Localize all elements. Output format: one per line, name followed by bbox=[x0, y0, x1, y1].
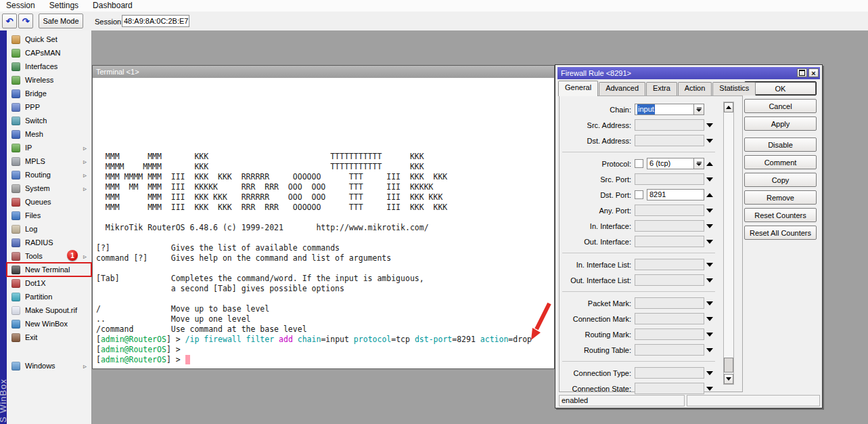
tab-general[interactable]: General bbox=[558, 81, 598, 96]
in-interface-down-arrow-icon[interactable] bbox=[704, 224, 715, 228]
sidebar-item-radius[interactable]: RADIUS bbox=[7, 236, 91, 249]
sidebar-item-mesh[interactable]: Mesh bbox=[7, 127, 91, 141]
sidebar-item-mpls[interactable]: MPLS bbox=[7, 154, 91, 168]
routing-mark-field[interactable] bbox=[635, 328, 704, 340]
src-port-field[interactable] bbox=[635, 173, 704, 185]
scroll-up-icon[interactable] bbox=[724, 102, 733, 112]
protocol-field[interactable]: 6 (tcp) bbox=[647, 158, 694, 169]
terminal-line bbox=[96, 294, 554, 304]
terminal-body[interactable]: MMM MMM KKK TTTTTTTTTTT KKK MMMM MMMM KK… bbox=[93, 78, 554, 368]
sidebar-item-interfaces[interactable]: Interfaces bbox=[7, 60, 91, 73]
menu-dashboard[interactable]: Dashboard bbox=[87, 0, 141, 12]
redo-button[interactable] bbox=[18, 14, 33, 28]
sidebar-item-routing[interactable]: Routing bbox=[7, 168, 91, 182]
scrollbar-thumb[interactable] bbox=[724, 358, 733, 373]
sidebar-item-tools[interactable]: Tools1 bbox=[7, 249, 91, 263]
connection-state-down-arrow-icon[interactable] bbox=[704, 387, 715, 391]
sidebar-item-capsman[interactable]: CAPsMAN bbox=[7, 46, 91, 60]
protocol-dropdown-icon[interactable] bbox=[694, 158, 704, 169]
sidebar-item-files[interactable]: Files bbox=[7, 209, 91, 222]
sidebar-item-new-terminal[interactable]: New Terminal bbox=[7, 263, 91, 276]
routing-table-field[interactable] bbox=[635, 344, 704, 356]
sidebar-item-log[interactable]: Log bbox=[7, 222, 91, 236]
sidebar-item-ppp[interactable]: PPP bbox=[7, 100, 91, 114]
dst-address-field[interactable] bbox=[635, 135, 704, 146]
connection-state-field[interactable] bbox=[635, 383, 704, 394]
packet-mark-down-arrow-icon[interactable] bbox=[704, 301, 715, 305]
chain-field[interactable]: input bbox=[635, 104, 694, 115]
dst-address-down-arrow-icon[interactable] bbox=[704, 139, 715, 143]
reset-counters-button[interactable]: Reset Counters bbox=[744, 208, 817, 222]
sidebar-item-switch[interactable]: Switch bbox=[7, 114, 91, 127]
scroll-down-icon[interactable] bbox=[724, 374, 733, 384]
wand-icon bbox=[12, 35, 20, 44]
remove-button[interactable]: Remove bbox=[744, 190, 817, 205]
menu-session[interactable]: Session bbox=[0, 0, 43, 12]
out-interface-list-down-arrow-icon[interactable] bbox=[704, 278, 715, 282]
tab-action[interactable]: Action bbox=[678, 82, 712, 96]
sidebar-item-system[interactable]: System bbox=[7, 182, 91, 195]
toolbar: Safe Mode Session: 48:A9:8A:0C:2B:E7 bbox=[0, 12, 868, 31]
comment-button[interactable]: Comment bbox=[744, 155, 817, 169]
sidebar-item-ip[interactable]: IP bbox=[7, 141, 91, 154]
sidebar-item-new-winbox[interactable]: New WinBox bbox=[7, 317, 91, 331]
interfaces-icon bbox=[12, 62, 20, 71]
sidebar-item-label: Exit bbox=[25, 333, 91, 341]
close-icon[interactable] bbox=[808, 68, 819, 77]
tab-extra[interactable]: Extra bbox=[646, 82, 677, 96]
terminal-title-bar[interactable]: Terminal <1> bbox=[93, 66, 554, 78]
src-address-field[interactable] bbox=[635, 119, 704, 131]
chain-dropdown-icon[interactable] bbox=[694, 104, 704, 115]
terminal-line: MMMM MMMM KKK TTTTTTTTTTT KKK bbox=[96, 162, 554, 172]
in-interface-list-field[interactable] bbox=[635, 259, 704, 270]
tab-statistics[interactable]: Statistics bbox=[712, 82, 756, 96]
reset-all-counters-button[interactable]: Reset All Counters bbox=[744, 226, 817, 240]
src-address-down-arrow-icon[interactable] bbox=[704, 123, 715, 127]
dst-port-field[interactable]: 8291 bbox=[647, 189, 704, 200]
terminal-line bbox=[96, 263, 554, 274]
out-interface-down-arrow-icon[interactable] bbox=[704, 240, 715, 244]
any-port-field[interactable] bbox=[635, 205, 704, 216]
protocol-checkbox[interactable] bbox=[635, 159, 643, 168]
protocol-up-arrow-icon[interactable] bbox=[704, 162, 715, 166]
out-interface-field[interactable] bbox=[635, 236, 704, 247]
tab-advanced[interactable]: Advanced bbox=[599, 82, 645, 96]
menu-settings[interactable]: Settings bbox=[43, 0, 87, 12]
src-port-down-arrow-icon[interactable] bbox=[704, 177, 715, 182]
session-value-field[interactable]: 48:A9:8A:0C:2B:E7 bbox=[122, 15, 189, 27]
dst-port-checkbox[interactable] bbox=[635, 190, 643, 199]
disable-button[interactable]: Disable bbox=[744, 137, 817, 152]
connection-type-field[interactable] bbox=[635, 367, 704, 379]
out-interface-list-field[interactable] bbox=[635, 274, 704, 286]
in-interface-field[interactable] bbox=[635, 220, 704, 232]
sidebar-item-wireless[interactable]: Wireless bbox=[7, 73, 91, 87]
sidebar-item-make-supout-rif[interactable]: Make Supout.rif bbox=[7, 303, 91, 317]
sidebar-item-quick-set[interactable]: Quick Set bbox=[7, 33, 91, 46]
terminal-title: Terminal <1> bbox=[96, 68, 139, 76]
sidebar-item-windows[interactable]: Windows bbox=[7, 359, 91, 373]
routing-table-down-arrow-icon[interactable] bbox=[704, 348, 715, 352]
safe-mode-button[interactable]: Safe Mode bbox=[39, 14, 83, 28]
in-interface-list-down-arrow-icon[interactable] bbox=[704, 263, 715, 267]
any-port-down-arrow-icon[interactable] bbox=[704, 209, 715, 213]
copy-button[interactable]: Copy bbox=[744, 173, 817, 187]
dialog-title-bar[interactable]: Firewall Rule <8291> bbox=[557, 67, 820, 79]
sidebar-item-dot1x[interactable]: Dot1X bbox=[7, 276, 91, 290]
apply-button[interactable]: Apply bbox=[744, 116, 817, 131]
routing-mark-down-arrow-icon[interactable] bbox=[704, 333, 715, 337]
sidebar-item-partition[interactable]: Partition bbox=[7, 290, 91, 303]
connection-type-down-arrow-icon[interactable] bbox=[704, 371, 715, 375]
terminal-output[interactable]: MMM MMM KKK TTTTTTTTTTT KKK MMMM MMMM KK… bbox=[93, 78, 554, 365]
panel-scrollbar[interactable] bbox=[723, 102, 734, 385]
maximize-icon[interactable] bbox=[797, 68, 807, 77]
connection-mark-down-arrow-icon[interactable] bbox=[704, 317, 715, 321]
undo-button[interactable] bbox=[2, 14, 17, 28]
sidebar-item-exit[interactable]: Exit bbox=[7, 331, 91, 344]
connection-mark-field[interactable] bbox=[635, 313, 704, 324]
packet-mark-field[interactable] bbox=[635, 297, 704, 309]
dst-port-up-arrow-icon[interactable] bbox=[704, 193, 715, 197]
sidebar-item-bridge[interactable]: Bridge bbox=[7, 87, 91, 100]
menu-bar: SessionSettingsDashboard bbox=[0, 0, 868, 12]
cancel-button[interactable]: Cancel bbox=[744, 99, 817, 113]
sidebar-item-queues[interactable]: Queues bbox=[7, 195, 91, 209]
